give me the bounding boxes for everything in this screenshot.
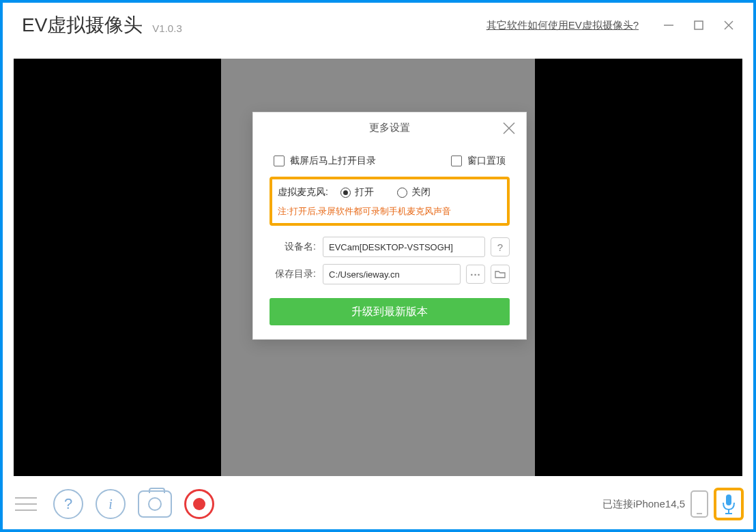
dialog-title: 更多设置 [369,121,410,134]
radio-icon [340,188,351,198]
app-version: V1.0.3 [152,23,181,34]
checkbox-icon [451,156,462,166]
mic-label: 虚拟麦克风: [278,186,328,198]
microphone-icon [721,493,737,515]
help-link[interactable]: 其它软件如何使用EV虚拟摄像头? [486,19,639,32]
close-icon [723,19,735,31]
record-icon [193,498,205,510]
minimize-button[interactable] [656,13,681,38]
menu-button[interactable] [12,490,40,518]
preview-area: 更多设置 截屏后马上打开目录 窗口置顶 虚拟麦克风: [14,59,742,476]
question-icon: ? [64,495,72,513]
dialog-header: 更多设置 [253,113,526,144]
dialog-close-button[interactable] [500,119,518,137]
app-title: EV虚拟摄像头 [22,12,143,38]
info-button[interactable]: i [96,489,126,519]
checkbox-topmost-label: 窗口置顶 [467,155,506,167]
info-icon: i [108,497,113,512]
checkbox-open-dir[interactable]: 截屏后马上打开目录 [274,155,376,167]
phone-icon [690,490,708,518]
microphone-button[interactable] [714,488,744,520]
checkbox-open-dir-label: 截屏后马上打开目录 [290,155,376,167]
svg-rect-6 [726,494,731,505]
upgrade-button[interactable]: 升级到最新版本 [270,298,510,325]
hamburger-icon [15,497,37,499]
radio-off-label: 关闭 [411,186,431,198]
screenshot-button[interactable] [138,490,172,518]
radio-icon [397,188,407,198]
minimize-icon [663,19,675,31]
maximize-icon [693,19,705,31]
folder-icon [495,269,506,279]
question-icon: ? [497,241,503,253]
record-button[interactable] [184,489,214,519]
device-help-button[interactable]: ? [491,237,510,256]
device-name-input[interactable] [323,237,485,257]
close-icon [500,119,518,137]
radio-on-label: 打开 [355,186,374,198]
radio-mic-on[interactable]: 打开 [340,186,374,198]
checkbox-icon [274,156,285,166]
browse-button[interactable]: ··· [466,265,485,284]
open-folder-button[interactable] [491,265,510,284]
save-dir-label: 保存目录: [270,268,316,280]
mic-note: 注:打开后,录屏软件都可录制手机麦克风声音 [278,205,501,218]
save-dir-input[interactable] [323,264,461,284]
svg-rect-1 [695,21,703,29]
ellipsis-icon: ··· [470,269,481,280]
device-name-label: 设备名: [270,241,316,253]
maximize-button[interactable] [686,13,711,38]
help-button[interactable]: ? [53,489,83,519]
checkbox-topmost[interactable]: 窗口置顶 [451,155,506,167]
connection-status: 已连接iPhone14,5 [602,498,685,511]
close-button[interactable] [716,13,741,38]
settings-dialog: 更多设置 截屏后马上打开目录 窗口置顶 虚拟麦克风: [252,112,527,340]
bottombar: ? i 已连接iPhone14,5 [3,479,753,529]
virtual-mic-section: 虚拟麦克风: 打开 关闭 注:打开后,录屏软件都可录制手机麦克风声音 [270,177,510,226]
titlebar: EV虚拟摄像头 V1.0.3 其它软件如何使用EV虚拟摄像头? [3,3,753,48]
radio-mic-off[interactable]: 关闭 [397,186,431,198]
